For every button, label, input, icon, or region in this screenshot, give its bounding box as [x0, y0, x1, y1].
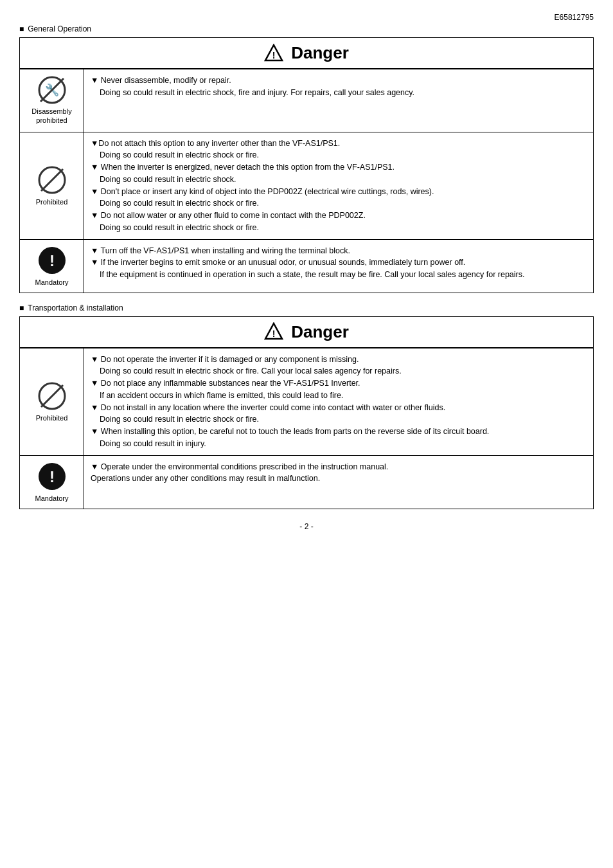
prohibited-label-2: Prohibited: [36, 414, 68, 422]
danger-title-2: ! Danger: [20, 317, 593, 348]
prohibited-label-1: Prohibited: [36, 198, 68, 206]
mandatory-icon-1: !: [38, 246, 66, 276]
doc-header: E65812795: [19, 13, 594, 22]
danger-title-1: ! Danger: [20, 38, 593, 69]
prohibited-cell-1: Prohibited: [20, 132, 84, 239]
danger-triangle-icon-2: !: [264, 322, 283, 341]
svg-line-6: [41, 169, 63, 191]
disassembly-prohibited-cell: 🔧 Disassemblyprohibited: [20, 69, 84, 132]
prohibited-icon-2: [38, 382, 66, 411]
svg-line-12: [41, 385, 63, 407]
prohibited-icon-1: [38, 166, 66, 195]
danger1-row3: ! Mandatory ▼ Turn off the VF-AS1/PS1 wh…: [20, 239, 593, 293]
danger1-row1-content: ▼ Never disassemble, modify or repair. D…: [84, 69, 593, 132]
danger-triangle-icon-1: !: [264, 44, 283, 63]
danger2-row1: Prohibited ▼ Do not operate the inverter…: [20, 348, 593, 455]
danger2-row1-content: ▼ Do not operate the inverter if it is d…: [84, 348, 593, 455]
danger1-row2-content: ▼Do not attach this option to any invert…: [84, 132, 593, 239]
section1-label: General Operation: [19, 24, 594, 33]
mandatory-label-2: Mandatory: [35, 494, 69, 502]
danger2-row2-content: ▼ Operate under the environmental condit…: [84, 456, 593, 509]
danger1-row3-content: ▼ Turn off the VF-AS1/PS1 when installin…: [84, 240, 593, 293]
section2-label: Transportation & installation: [19, 303, 594, 312]
danger2-row2: ! Mandatory ▼ Operate under the environm…: [20, 455, 593, 509]
mandatory-cell-2: ! Mandatory: [20, 456, 84, 509]
svg-text:!: !: [272, 50, 276, 60]
prohibited-cell-2: Prohibited: [20, 348, 84, 455]
disassembly-icon: 🔧: [38, 76, 66, 104]
mandatory-icon-2: !: [38, 462, 66, 492]
disassembly-label: Disassemblyprohibited: [31, 107, 71, 125]
svg-line-4: [40, 78, 64, 102]
svg-text:!: !: [272, 329, 276, 339]
danger-box-2: ! Danger Prohibited ▼ Do not operate the…: [19, 316, 594, 509]
mandatory-cell-1: ! Mandatory: [20, 240, 84, 293]
svg-text:!: !: [49, 252, 55, 269]
danger-box-1: ! Danger 🔧 Disassemblyprohibited ▼ Never…: [19, 37, 594, 293]
doc-number: E65812795: [19, 13, 594, 22]
svg-text:!: !: [49, 468, 55, 485]
danger1-row2: Prohibited ▼Do not attach this option to…: [20, 132, 593, 239]
danger1-row1: 🔧 Disassemblyprohibited ▼ Never disassem…: [20, 69, 593, 132]
page-number: - 2 -: [19, 522, 594, 531]
mandatory-label-1: Mandatory: [35, 278, 69, 286]
